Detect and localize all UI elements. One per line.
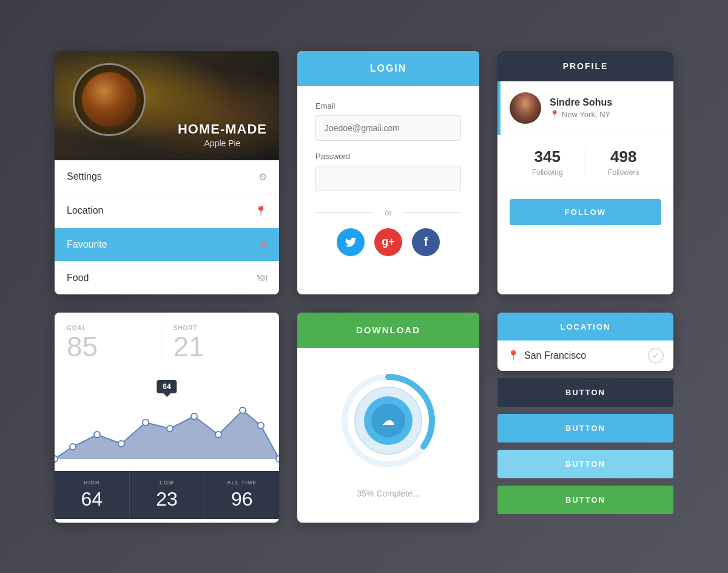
menu-item-location[interactable]: Location 📍	[55, 194, 279, 228]
follow-button[interactable]: FOLLOW	[510, 199, 661, 225]
hero-subtitle: Apple Pie	[178, 138, 267, 148]
svg-point-6	[167, 426, 173, 432]
svg-point-8	[215, 432, 221, 438]
social-buttons: g+ f	[315, 228, 461, 256]
email-input[interactable]	[315, 115, 461, 141]
email-label: Email	[315, 101, 461, 110]
food-label: Food	[67, 273, 89, 283]
svg-point-5	[143, 419, 149, 426]
followers-stat: 498 Followers	[586, 147, 662, 177]
alltime-metric: ALL TIME 96	[204, 471, 279, 519]
chart-area: 64	[55, 374, 279, 471]
high-label: HIGH	[67, 480, 117, 486]
chart-tooltip: 64	[157, 380, 177, 393]
svg-marker-0	[55, 410, 279, 459]
password-input[interactable]	[315, 166, 461, 191]
download-progress-ring: ☁	[340, 372, 437, 469]
short-label: SHORT	[174, 325, 268, 331]
download-header: DOWNLOAD	[297, 313, 479, 348]
low-value: 23	[142, 488, 192, 510]
login-body: Email Password or g+ f	[297, 86, 479, 271]
following-label: Following	[510, 168, 585, 177]
button-blue[interactable]: BUTTON	[497, 414, 673, 442]
short-metric: SHORT 21	[161, 325, 268, 362]
goal-value: 85	[67, 331, 161, 362]
location-widget: LOCATION 📍 San Francisco ✓	[497, 313, 673, 371]
svg-point-11	[276, 456, 279, 462]
password-label: Password	[315, 152, 461, 161]
buttons-column: LOCATION 📍 San Francisco ✓ BUTTON BUTTON…	[497, 313, 673, 523]
button-dark[interactable]: BUTTON	[497, 378, 673, 407]
followers-label: Followers	[586, 168, 662, 177]
food-icon: 🍽	[257, 273, 267, 283]
alltime-label: ALL TIME	[217, 480, 267, 486]
button-green[interactable]: BUTTON	[497, 486, 673, 514]
login-title: LOGIN	[370, 63, 407, 73]
goal-label: GOAL	[67, 325, 161, 331]
profile-location: 📍 New York, NY	[550, 110, 612, 119]
download-title: DOWNLOAD	[356, 325, 420, 335]
hero-title: HOME-MADE	[178, 121, 267, 137]
login-header: LOGIN	[297, 51, 479, 86]
profile-stats: 345 Following 498 Followers	[497, 135, 673, 189]
menu-hero: HOME-MADE Apple Pie	[55, 51, 279, 160]
location-pin-icon: 📍	[507, 350, 519, 361]
location-widget-header: LOCATION	[497, 313, 673, 341]
stats-card: GOAL 85 SHORT 21 64	[55, 313, 279, 523]
stats-bottom: HIGH 64 LOW 23 ALL TIME 96	[55, 471, 279, 519]
low-metric: LOW 23	[130, 471, 205, 519]
svg-point-1	[55, 456, 58, 462]
profile-header: PROFILE	[497, 51, 673, 81]
twitter-button[interactable]	[337, 228, 365, 256]
svg-point-4	[118, 441, 124, 447]
button-light-blue[interactable]: BUTTON	[497, 450, 673, 478]
high-metric: HIGH 64	[55, 471, 130, 519]
svg-point-7	[191, 413, 197, 419]
download-body: ☁ 35% Complete...	[297, 348, 479, 523]
svg-point-3	[94, 432, 100, 438]
heart-icon: ♥	[261, 239, 268, 250]
profile-info: Sindre Sohus 📍 New York, NY	[497, 81, 673, 135]
avatar	[510, 92, 541, 124]
goal-metric: GOAL 85	[67, 325, 161, 362]
profile-title: PROFILE	[563, 61, 608, 71]
location-city: 📍 San Francisco	[507, 350, 586, 361]
svg-point-10	[258, 422, 264, 429]
location-label: Location	[67, 205, 104, 216]
location-widget-title: LOCATION	[561, 322, 611, 331]
svg-point-9	[240, 407, 246, 413]
download-card: DOWNLOAD ☁ 35% Comple	[297, 313, 479, 523]
location-check-icon: ✓	[648, 348, 664, 364]
profile-name: Sindre Sohus	[550, 97, 612, 108]
download-progress-text: 35% Complete...	[357, 489, 420, 498]
or-divider: or	[315, 208, 461, 217]
low-label: LOW	[142, 480, 192, 486]
settings-label: Settings	[67, 171, 102, 182]
menu-card: HOME-MADE Apple Pie Settings ⚙ Location …	[55, 51, 279, 294]
accent-bar	[497, 81, 500, 135]
following-stat: 345 Following	[510, 147, 586, 177]
profile-card: PROFILE Sindre Sohus 📍 New York, NY 345 …	[497, 51, 673, 294]
short-value: 21	[174, 331, 268, 362]
favourite-label: Favourite	[67, 239, 107, 250]
menu-item-settings[interactable]: Settings ⚙	[55, 160, 279, 194]
alltime-value: 96	[217, 488, 267, 510]
svg-point-2	[70, 444, 76, 450]
food-item	[82, 72, 136, 127]
menu-items: Settings ⚙ Location 📍 Favourite ♥ Food 🍽	[55, 160, 279, 294]
menu-item-food[interactable]: Food 🍽	[55, 262, 279, 294]
login-card: LOGIN Email Password or g+ f	[297, 51, 479, 294]
google-button[interactable]: g+	[374, 228, 402, 256]
location-pin-icon: 📍	[255, 205, 267, 217]
location-pin-icon: 📍	[550, 110, 559, 119]
location-widget-body: 📍 San Francisco ✓	[497, 341, 673, 371]
following-count: 345	[510, 147, 585, 166]
followers-count: 498	[586, 147, 662, 166]
stats-top: GOAL 85 SHORT 21	[55, 313, 279, 362]
settings-icon: ⚙	[258, 171, 267, 183]
svg-text:☁: ☁	[382, 413, 395, 428]
facebook-button[interactable]: f	[412, 228, 440, 256]
menu-item-favourite[interactable]: Favourite ♥	[55, 228, 279, 262]
high-value: 64	[67, 488, 117, 510]
